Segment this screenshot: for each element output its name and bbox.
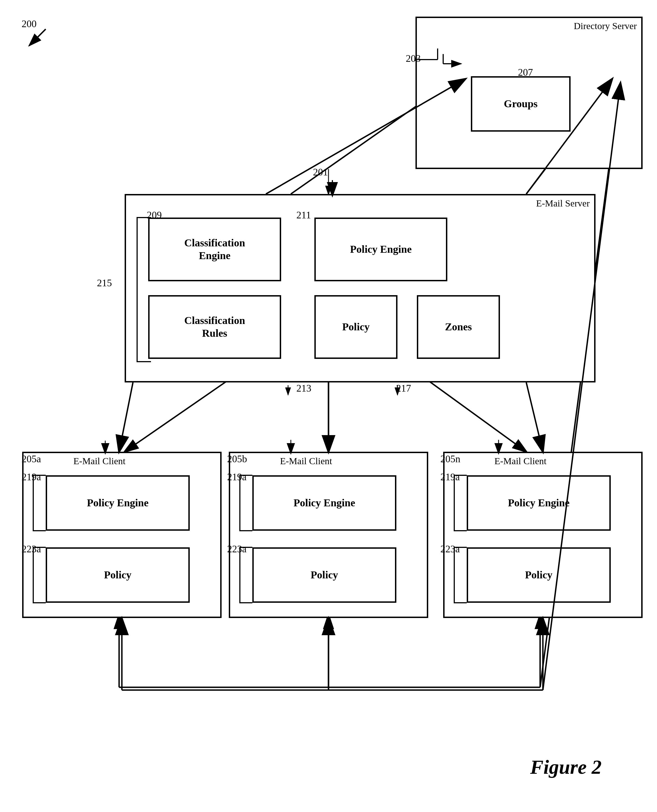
- svg-line-4: [125, 371, 241, 452]
- ref-223a-2: 223a: [227, 543, 246, 555]
- ref-209: 209: [147, 209, 162, 221]
- policy-1-label: Policy: [104, 569, 131, 581]
- email-server-box: E-Mail Server Classification Engine Poli…: [125, 194, 596, 382]
- ref-219a-3: 219a: [441, 471, 460, 483]
- directory-server-title: Directory Server: [574, 21, 637, 31]
- ref-201: 201: [313, 166, 328, 178]
- ref-223a-3: 223a: [441, 543, 460, 555]
- email-client-1-title: E-Mail Client: [73, 456, 126, 466]
- ref-213-arrow: [285, 380, 319, 396]
- policy-engine-1-label: Policy Engine: [87, 497, 149, 510]
- policy-2-label: Policy: [310, 569, 338, 581]
- ref-205b: 205b: [227, 453, 247, 465]
- ref-205a: 205a: [22, 453, 41, 465]
- ref-207: 207: [518, 67, 533, 78]
- svg-line-6: [416, 371, 526, 452]
- figure-label: Figure 2: [530, 756, 602, 779]
- policy-engine-1-box: Policy Engine: [46, 475, 190, 531]
- groups-label: Groups: [504, 98, 538, 110]
- ref-219a-2: 219a: [227, 471, 246, 483]
- groups-box: Groups: [471, 76, 571, 132]
- email-client-1-box: E-Mail Client Policy Engine Policy: [22, 452, 221, 618]
- policy-engine-3-label: Policy Engine: [508, 497, 570, 510]
- ref-219a-1: 219a: [22, 471, 41, 483]
- policy-2-box: Policy: [252, 547, 396, 603]
- policy-server-box: Policy: [314, 295, 397, 359]
- zones-label: Zones: [445, 321, 472, 334]
- policy-engine-2-label: Policy Engine: [294, 497, 355, 510]
- ref-200-arrow: [26, 26, 48, 48]
- ref-211: 211: [296, 209, 311, 221]
- email-client-3-title: E-Mail Client: [494, 456, 546, 466]
- bracket-215: [132, 215, 154, 365]
- ref-205n: 205n: [441, 453, 460, 465]
- zones-box: Zones: [417, 295, 500, 359]
- ref-203-arrow: [407, 50, 462, 72]
- policy-3-label: Policy: [525, 569, 552, 581]
- policy-1-box: Policy: [46, 547, 190, 603]
- email-client-2-title: E-Mail Client: [280, 456, 332, 466]
- diagram: 200 Directory Server Groups 203 207 201: [0, 0, 657, 812]
- classification-rules-label: Classification Rules: [184, 314, 245, 340]
- svg-line-14: [29, 29, 46, 46]
- policy-engine-3-box: Policy Engine: [467, 475, 611, 531]
- policy-engine-2-box: Policy Engine: [252, 475, 396, 531]
- ref-223a-1: 223a: [22, 543, 41, 555]
- ref-217-arrow: [384, 380, 417, 396]
- directory-server-box: Directory Server Groups: [416, 17, 643, 169]
- policy-3-box: Policy: [467, 547, 611, 603]
- policy-engine-server-box: Policy Engine: [314, 218, 447, 281]
- email-client-2-box: E-Mail Client Policy Engine Policy: [229, 452, 428, 618]
- ref-215: 215: [97, 277, 112, 289]
- svg-line-28: [119, 382, 133, 452]
- classification-engine-label: Classification Engine: [184, 237, 245, 262]
- email-client-3-box: E-Mail Client Policy Engine Policy: [443, 452, 643, 618]
- classification-rules-box: Classification Rules: [148, 295, 281, 359]
- policy-server-label: Policy: [342, 321, 369, 334]
- classification-engine-box: Classification Engine: [148, 218, 281, 281]
- policy-engine-server-label: Policy Engine: [350, 243, 412, 256]
- svg-line-32: [526, 382, 543, 452]
- email-server-title: E-Mail Server: [536, 198, 590, 209]
